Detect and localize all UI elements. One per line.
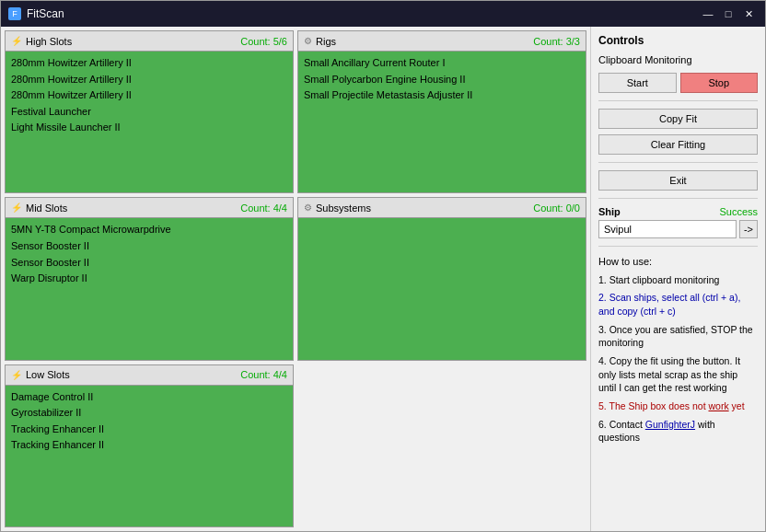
list-item: Damage Control II bbox=[11, 389, 287, 406]
ship-go-button[interactable]: -> bbox=[739, 220, 758, 238]
mid-slots-body: 5MN Y-T8 Compact Microwarpdrive Sensor B… bbox=[6, 218, 293, 359]
divider-1 bbox=[598, 100, 758, 101]
controls-title: Controls bbox=[598, 34, 758, 47]
list-item: Festival Launcher bbox=[11, 104, 287, 121]
low-slots-header: ⚡ Low Slots Count: 4/4 bbox=[6, 365, 293, 386]
main-panel: ⚡ High Slots Count: 5/6 280mm Howitzer A… bbox=[1, 27, 590, 531]
rigs-body: Small Ancillary Current Router I Small P… bbox=[298, 52, 586, 192]
list-item: Sensor Booster II bbox=[11, 238, 287, 255]
list-item: Small Ancillary Current Router I bbox=[304, 55, 580, 72]
list-item: Warp Disruptor II bbox=[11, 271, 287, 287]
low-slots-header-left: ⚡ Low Slots bbox=[11, 369, 70, 380]
title-bar-left: F FitScan bbox=[8, 7, 64, 20]
exit-button[interactable]: Exit bbox=[598, 170, 758, 191]
minimize-button[interactable]: — bbox=[699, 5, 717, 23]
how-to-step-1: 1. Start clipboard monitoring bbox=[598, 273, 758, 287]
title-bar: F FitScan — □ ✕ bbox=[1, 1, 765, 27]
rigs-icon: ⚙ bbox=[304, 36, 312, 46]
list-item: Tracking Enhancer II bbox=[11, 437, 287, 454]
high-slots-header: ⚡ High Slots Count: 5/6 bbox=[6, 31, 293, 52]
rigs-title: Rigs bbox=[316, 36, 336, 47]
low-slots-body: Damage Control II Gyrostabilizer II Trac… bbox=[6, 386, 293, 526]
high-slots-header-left: ⚡ High Slots bbox=[11, 36, 72, 47]
ship-section: Ship Success -> bbox=[598, 206, 758, 238]
ship-status: Success bbox=[719, 206, 758, 217]
high-slots-icon: ⚡ bbox=[11, 36, 22, 46]
start-button[interactable]: Start bbox=[598, 73, 677, 93]
mid-slots-header: ⚡ Mid Slots Count: 4/4 bbox=[6, 198, 293, 218]
rigs-header: ⚙ Rigs Count: 3/3 bbox=[298, 31, 586, 52]
close-button[interactable]: ✕ bbox=[739, 5, 758, 23]
how-to-step-6: 6. Contact GunfighterJ with questions bbox=[598, 418, 758, 445]
mid-slots-title: Mid Slots bbox=[26, 202, 67, 214]
rigs-section: ⚙ Rigs Count: 3/3 Small Ancillary Curren… bbox=[297, 30, 586, 193]
stop-button[interactable]: Stop bbox=[680, 73, 759, 93]
app-icon: F bbox=[8, 7, 21, 20]
how-to-step-3: 3. Once you are satisfied, STOP the moni… bbox=[598, 323, 758, 350]
mid-slots-header-left: ⚡ Mid Slots bbox=[11, 202, 67, 214]
rigs-count: Count: 3/3 bbox=[533, 36, 580, 47]
how-to-step-2: 2. Scan ships, select all (ctrl + a), an… bbox=[598, 291, 758, 318]
window-title: FitScan bbox=[27, 7, 64, 20]
low-slots-count: Count: 4/4 bbox=[240, 369, 287, 380]
clipboard-label: Clipboard Monitoring bbox=[598, 54, 758, 65]
list-item: 280mm Howitzer Artillery II bbox=[11, 72, 287, 88]
subsystems-icon: ⚙ bbox=[304, 202, 312, 213]
main-window: F FitScan — □ ✕ ⚡ High Slots Count: 5/6 bbox=[0, 0, 766, 532]
list-item: Small Projectile Metastasis Adjuster II bbox=[304, 87, 580, 104]
ship-input-row: -> bbox=[598, 220, 758, 238]
list-item: Gyrostabilizer II bbox=[11, 405, 287, 422]
low-slots-icon: ⚡ bbox=[11, 370, 22, 380]
list-item: Tracking Enhancer II bbox=[11, 422, 287, 438]
clear-fitting-button[interactable]: Clear Fitting bbox=[598, 134, 758, 155]
right-panel: Controls Clipboard Monitoring Start Stop… bbox=[590, 27, 765, 531]
subsystems-section: ⚙ Subsystems Count: 0/0 bbox=[297, 197, 586, 360]
how-to-title: How to use: bbox=[598, 254, 758, 270]
divider-2 bbox=[598, 162, 758, 163]
ship-header: Ship Success bbox=[598, 206, 758, 217]
how-to-section: How to use: 1. Start clipboard monitorin… bbox=[598, 254, 758, 524]
content-area: ⚡ High Slots Count: 5/6 280mm Howitzer A… bbox=[1, 27, 765, 531]
mid-slots-icon: ⚡ bbox=[11, 202, 22, 213]
list-item: 5MN Y-T8 Compact Microwarpdrive bbox=[11, 222, 287, 238]
list-item: Light Missile Launcher II bbox=[11, 120, 287, 136]
how-to-step-4: 4. Copy the fit using the button. It onl… bbox=[598, 354, 758, 395]
subsystems-count: Count: 0/0 bbox=[533, 202, 580, 214]
subsystems-header: ⚙ Subsystems Count: 0/0 bbox=[298, 198, 586, 218]
subsystems-body bbox=[298, 218, 586, 359]
start-stop-row: Start Stop bbox=[598, 73, 758, 93]
subsystems-title: Subsystems bbox=[316, 202, 371, 214]
list-item: 280mm Howitzer Artillery II bbox=[11, 87, 287, 104]
divider-3 bbox=[598, 198, 758, 199]
high-slots-title: High Slots bbox=[26, 36, 72, 47]
divider-4 bbox=[598, 246, 758, 247]
list-item: 280mm Howitzer Artillery II bbox=[11, 55, 287, 72]
high-slots-count: Count: 5/6 bbox=[240, 36, 287, 47]
list-item: Sensor Booster II bbox=[11, 255, 287, 272]
window-controls: — □ ✕ bbox=[699, 5, 758, 23]
how-to-step-5: 5. The Ship box does not work yet bbox=[598, 399, 758, 413]
low-slots-title: Low Slots bbox=[26, 369, 70, 380]
mid-slots-count: Count: 4/4 bbox=[240, 202, 287, 214]
subsystems-header-left: ⚙ Subsystems bbox=[304, 202, 371, 214]
ship-input[interactable] bbox=[598, 220, 737, 238]
maximize-button[interactable]: □ bbox=[719, 5, 737, 23]
rigs-header-left: ⚙ Rigs bbox=[304, 36, 336, 47]
ship-label: Ship bbox=[598, 206, 621, 217]
copy-fit-button[interactable]: Copy Fit bbox=[598, 109, 758, 129]
mid-slots-section: ⚡ Mid Slots Count: 4/4 5MN Y-T8 Compact … bbox=[5, 197, 294, 360]
high-slots-body: 280mm Howitzer Artillery II 280mm Howitz… bbox=[6, 52, 293, 192]
high-slots-section: ⚡ High Slots Count: 5/6 280mm Howitzer A… bbox=[5, 30, 294, 193]
low-slots-section: ⚡ Low Slots Count: 4/4 Damage Control II… bbox=[5, 364, 294, 527]
list-item: Small Polycarbon Engine Housing II bbox=[304, 72, 580, 88]
